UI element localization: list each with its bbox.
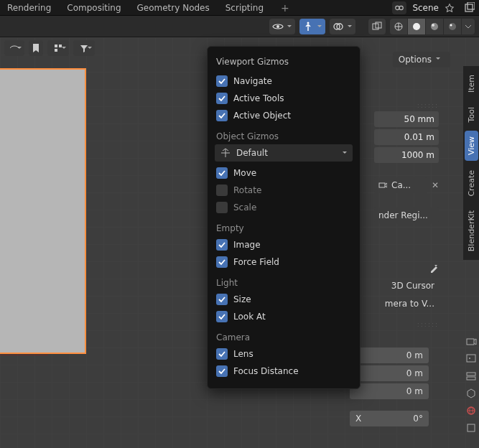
eyedropper-icon[interactable] xyxy=(429,263,439,276)
clear-camera-icon[interactable]: ✕ xyxy=(432,180,439,190)
ntab-blenderkit[interactable]: BlenderKit xyxy=(465,205,478,257)
chk-label: Focus Distance xyxy=(233,366,299,376)
checkbox-icon[interactable] xyxy=(216,185,228,196)
loc-x-field[interactable]: 0 m xyxy=(350,347,429,363)
clip-end-field[interactable]: 1000 m xyxy=(374,147,439,163)
local-camera-chip[interactable]: Ca... xyxy=(374,177,427,193)
scene-name[interactable]: Scene xyxy=(411,3,440,13)
chk-label: Rotate xyxy=(233,185,261,195)
cursor-label: 3D Cursor xyxy=(391,281,434,291)
properties-tabs xyxy=(463,332,479,438)
chk-label: Scale xyxy=(233,202,256,213)
shading-matpreview[interactable] xyxy=(426,19,443,34)
checkbox-icon[interactable] xyxy=(216,239,228,251)
shading-mode-group xyxy=(390,19,475,34)
svg-point-11 xyxy=(413,23,420,30)
axis-x-line xyxy=(0,355,48,355)
chk-lens[interactable]: Lens xyxy=(215,345,353,363)
overlays-dropdown[interactable] xyxy=(330,19,355,34)
checkbox-icon[interactable] xyxy=(216,75,228,87)
ntab-create[interactable]: Create xyxy=(465,164,478,202)
linked-scene-icon[interactable] xyxy=(463,1,475,14)
ntab-tool[interactable]: Tool xyxy=(465,101,478,128)
tab-geometry-nodes[interactable]: Geometry Nodes xyxy=(134,3,213,13)
prop-world-icon[interactable] xyxy=(465,405,477,416)
prop-object-icon[interactable] xyxy=(465,422,477,434)
checkbox-icon[interactable] xyxy=(216,110,228,121)
options-dropdown[interactable]: Options xyxy=(393,52,450,67)
prop-viewlayer-icon[interactable] xyxy=(465,370,477,382)
chk-label: Active Tools xyxy=(233,93,284,103)
pin-icon[interactable] xyxy=(445,3,455,13)
svg-point-4 xyxy=(276,25,279,28)
browse-scene-icon[interactable] xyxy=(392,1,406,14)
tab-scripting[interactable]: Scripting xyxy=(223,3,266,13)
checkbox-icon[interactable] xyxy=(216,348,228,360)
npanel-view-fragment: :::::: 50 mm 0.01 m 1000 m Ca... ✕ nder … xyxy=(374,102,439,328)
camera-header: Camera xyxy=(216,332,353,342)
chk-move[interactable]: Move xyxy=(215,164,353,182)
svg-rect-26 xyxy=(468,424,475,431)
orientation-dropdown[interactable]: Default xyxy=(215,144,353,162)
loc-z-field[interactable]: 0 m xyxy=(350,383,429,399)
drag-handle-icon[interactable]: :::::: xyxy=(374,321,439,328)
chk-image[interactable]: Image xyxy=(215,236,353,253)
chk-scale[interactable]: Scale xyxy=(215,199,353,216)
svg-point-22 xyxy=(469,358,470,359)
checkbox-icon[interactable] xyxy=(216,167,228,179)
filter-dropdown[interactable] xyxy=(73,40,95,56)
visibility-dropdown[interactable] xyxy=(269,19,295,34)
svg-rect-19 xyxy=(379,183,385,187)
chk-force-field[interactable]: Force Field xyxy=(215,253,353,271)
mode-dropdown[interactable] xyxy=(4,40,24,56)
prop-scene-icon[interactable] xyxy=(465,388,477,399)
shading-solid[interactable] xyxy=(408,19,425,34)
active-camera-frame[interactable] xyxy=(0,68,86,354)
viewport-tool-strip xyxy=(0,37,99,59)
camera-chip-label: Ca... xyxy=(391,180,411,190)
chk-size[interactable]: Size xyxy=(215,291,353,308)
rot-x-field[interactable]: X0° xyxy=(350,411,429,426)
chk-active-object[interactable]: Active Object xyxy=(215,107,353,124)
prop-output-icon[interactable] xyxy=(465,353,477,365)
shading-options-dropdown[interactable] xyxy=(462,19,475,34)
chk-label: Move xyxy=(233,168,256,178)
camera-to-view-row[interactable]: mera to V... xyxy=(374,296,439,312)
add-workspace-icon[interactable]: + xyxy=(281,2,289,14)
shading-rendered[interactable] xyxy=(444,19,461,34)
clip-start-field[interactable]: 0.01 m xyxy=(374,129,439,145)
chk-rotate[interactable]: Rotate xyxy=(215,182,353,199)
focal-length-field[interactable]: 50 mm xyxy=(374,111,439,127)
snap-dropdown[interactable] xyxy=(47,40,69,56)
svg-rect-17 xyxy=(59,45,62,47)
checkbox-icon[interactable] xyxy=(216,256,228,268)
drag-handle-icon[interactable]: :::::: xyxy=(374,102,439,109)
checkbox-icon[interactable] xyxy=(216,202,228,213)
prop-render-icon[interactable] xyxy=(465,336,477,347)
svg-point-12 xyxy=(431,23,438,30)
viewport-header xyxy=(0,16,479,37)
chk-navigate[interactable]: Navigate xyxy=(215,73,353,90)
checkbox-icon[interactable] xyxy=(216,311,228,322)
ntab-view[interactable]: View xyxy=(465,131,478,161)
chk-active-tools[interactable]: Active Tools xyxy=(215,90,353,107)
scene-selector[interactable]: Scene xyxy=(392,1,453,14)
render-region-row[interactable]: nder Regi... xyxy=(374,207,439,223)
checkbox-icon[interactable] xyxy=(216,294,228,305)
tab-compositing[interactable]: Compositing xyxy=(64,3,124,13)
chk-look-at[interactable]: Look At xyxy=(215,308,353,325)
xray-toggle[interactable] xyxy=(368,19,386,34)
tab-rendering[interactable]: Rendering xyxy=(4,3,54,13)
cursor-row[interactable]: 3D Cursor xyxy=(374,278,439,294)
checkbox-icon[interactable] xyxy=(216,93,228,104)
light-header: Light xyxy=(216,278,353,288)
shading-wireframe[interactable] xyxy=(390,19,407,34)
bookmark-icon[interactable] xyxy=(29,40,43,56)
ntab-item[interactable]: Item xyxy=(465,69,478,98)
chk-focus-distance[interactable]: Focus Distance xyxy=(215,363,353,380)
viewport-3d[interactable]: Options :::::: 50 mm 0.01 m 1000 m Ca...… xyxy=(0,37,479,448)
loc-y-field[interactable]: 0 m xyxy=(350,365,429,381)
svg-point-0 xyxy=(396,6,399,9)
checkbox-icon[interactable] xyxy=(216,365,228,377)
gizmos-dropdown[interactable] xyxy=(299,19,325,34)
